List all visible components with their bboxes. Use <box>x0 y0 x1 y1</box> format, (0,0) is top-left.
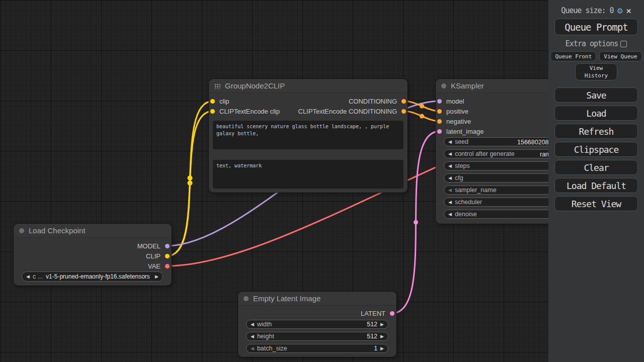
view-history-line: History <box>585 72 608 79</box>
collapse-dot-icon[interactable] <box>244 296 249 301</box>
widget-value: 1566802087 <box>517 139 552 146</box>
refresh-button[interactable]: Refresh <box>554 124 638 139</box>
wire-midpoint-dot <box>188 175 193 180</box>
input-label: clip <box>219 98 229 105</box>
decrement-arrow-icon[interactable]: ◀ <box>448 212 452 217</box>
widget-label: steps <box>455 162 470 169</box>
node-header[interactable]: Empty Latent Image <box>238 292 396 306</box>
queue-front-button[interactable]: Queue Front <box>550 51 596 61</box>
output-label: CLIPTextEncode CONDITIONING <box>298 108 397 115</box>
input-port-model[interactable] <box>437 99 442 104</box>
node-empty-latent-image[interactable]: Empty Latent Image LATENT ◀ width 512 ▶ … <box>238 292 396 357</box>
settings-gear-icon[interactable]: ⚙ <box>617 6 623 15</box>
view-queue-button[interactable]: View Queue <box>599 51 641 61</box>
input-label: CLIPTextEncode clip <box>219 108 280 115</box>
widget-control-after-generate[interactable]: ◀ control after generate ran <box>444 149 566 158</box>
widget-cfg[interactable]: ◀ cfg <box>444 173 566 183</box>
decrement-arrow-icon[interactable]: ◀ <box>26 275 30 279</box>
view-history-line: View <box>590 64 603 72</box>
output-label: CLIP <box>146 252 160 260</box>
decrement-arrow-icon[interactable]: ◀ <box>251 346 254 351</box>
wire-midpoint-dot <box>420 114 424 119</box>
widget-label: scheduler <box>455 199 482 206</box>
output-label: CONDITIONING <box>349 98 397 105</box>
decrement-arrow-icon[interactable]: ◀ <box>251 334 254 339</box>
input-label: positive <box>446 108 468 115</box>
clipspace-button[interactable]: Clipspace <box>554 142 638 157</box>
output-port-clip[interactable] <box>165 254 170 258</box>
reset-view-button[interactable]: Reset View <box>554 196 638 211</box>
output-port-conditioning[interactable] <box>401 109 406 114</box>
extra-options-label: Extra options <box>566 39 618 48</box>
widget-denoise[interactable]: ◀ denoise <box>444 210 566 219</box>
widget-label: seed <box>455 138 468 145</box>
output-label: LATENT <box>361 310 385 317</box>
decrement-arrow-icon[interactable]: ◀ <box>448 152 452 156</box>
output-label: MODEL <box>137 242 160 250</box>
input-label: model <box>446 98 464 105</box>
widget-label: denoise <box>455 211 477 218</box>
widget-value: 1 <box>374 345 377 352</box>
decrement-arrow-icon[interactable]: ◀ <box>448 164 452 168</box>
close-icon[interactable]: ✕ <box>626 7 631 15</box>
input-port-latent[interactable] <box>437 129 442 134</box>
widget-label: batch_size <box>257 345 287 352</box>
widget-height[interactable]: ◀ height 512 ▶ <box>246 332 388 341</box>
node-title: Load Checkpoint <box>29 226 86 235</box>
wire-midpoint-dot <box>414 220 418 225</box>
output-port-vae[interactable] <box>165 264 170 268</box>
output-port-latent[interactable] <box>390 311 394 316</box>
widget-label: control after generate <box>455 150 515 157</box>
input-port-clip[interactable] <box>210 109 215 114</box>
decrement-arrow-icon[interactable]: ◀ <box>448 176 452 180</box>
collapse-dot-icon[interactable] <box>441 83 446 88</box>
decrement-arrow-icon[interactable]: ◀ <box>251 322 254 327</box>
node-title: GroupNode2CLIP <box>225 81 285 90</box>
comfy-menu: Queue size: 0 ⚙ ✕ Queue Prompt Extra opt… <box>548 0 644 362</box>
decrement-arrow-icon[interactable]: ◀ <box>448 200 452 205</box>
widget-label: width <box>257 321 272 328</box>
input-port-conditioning[interactable] <box>437 109 442 114</box>
node-groupnode2clip[interactable]: GroupNode2CLIP clip CLIPTextEncode clip … <box>209 79 408 193</box>
input-port-conditioning[interactable] <box>437 119 442 124</box>
widget-width[interactable]: ◀ width 512 ▶ <box>246 320 388 329</box>
view-history-button[interactable]: View History <box>575 63 617 80</box>
widget-batch-size[interactable]: ◀ batch_size 1 ▶ <box>246 344 388 353</box>
output-label: VAE <box>148 262 160 270</box>
widget-ckpt-name[interactable]: ◀ c ... v1-5-pruned-emaonly-fp16.safeten… <box>22 272 163 282</box>
load-button[interactable]: Load <box>554 106 638 121</box>
widget-label: cfg <box>455 174 463 182</box>
negative-prompt-textarea[interactable]: text, watermark <box>213 160 404 189</box>
widget-label: sampler_name <box>455 187 497 194</box>
queue-prompt-button[interactable]: Queue Prompt <box>554 19 638 35</box>
increment-arrow-icon[interactable]: ▶ <box>155 275 158 279</box>
widget-label: c ... <box>33 273 43 280</box>
output-port-conditioning[interactable] <box>401 99 406 104</box>
increment-arrow-icon[interactable]: ▶ <box>380 322 384 327</box>
input-label: latent_image <box>446 128 484 135</box>
node-header[interactable]: GroupNode2CLIP <box>209 79 408 93</box>
increment-arrow-icon[interactable]: ▶ <box>380 346 384 351</box>
widget-scheduler[interactable]: ◀ scheduler <box>444 198 566 207</box>
input-port-clip[interactable] <box>210 99 215 104</box>
output-port-model[interactable] <box>165 244 170 248</box>
decrement-arrow-icon[interactable]: ◀ <box>448 140 452 144</box>
node-header[interactable]: Load Checkpoint <box>14 224 172 238</box>
increment-arrow-icon[interactable]: ▶ <box>380 334 384 339</box>
widget-label: height <box>257 333 274 340</box>
node-load-checkpoint[interactable]: Load Checkpoint MODEL CLIP VAE ◀ c ... v… <box>14 224 172 286</box>
widget-sampler-name[interactable]: ◀ sampler_name <box>444 186 566 195</box>
clear-button[interactable]: Clear <box>554 160 638 175</box>
widget-value: 512 <box>367 333 377 340</box>
positive-prompt-textarea[interactable]: beautiful scenery nature glass bottle la… <box>213 121 404 149</box>
decrement-arrow-icon[interactable]: ◀ <box>448 188 452 193</box>
widget-seed[interactable]: ◀ seed 1566802087 <box>444 137 566 146</box>
load-default-button[interactable]: Load Default <box>554 178 638 193</box>
extra-options-checkbox[interactable] <box>620 41 627 47</box>
widget-value: ran <box>540 151 549 158</box>
widget-steps[interactable]: ◀ steps <box>444 161 566 170</box>
save-button[interactable]: Save <box>554 87 638 103</box>
node-title: Empty Latent Image <box>253 294 320 303</box>
collapse-dot-icon[interactable] <box>19 228 24 233</box>
wire-midpoint-dot <box>420 104 424 109</box>
